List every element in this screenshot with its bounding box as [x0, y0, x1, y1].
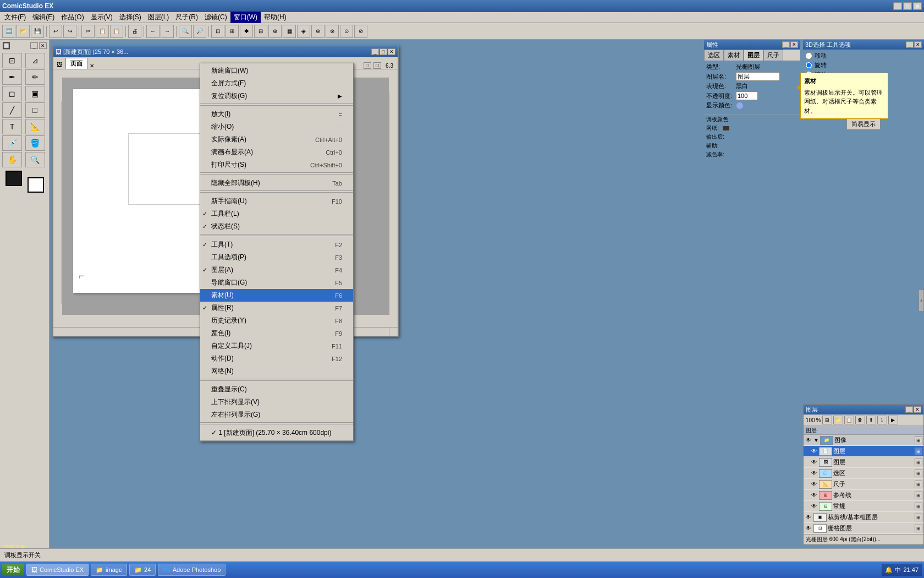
minimize-btn[interactable]: _ — [893, 2, 902, 10]
menu-item-color[interactable]: 颜色(I) F9 — [200, 327, 353, 340]
radio-rotate[interactable] — [805, 62, 812, 69]
background-color[interactable] — [28, 177, 44, 193]
toolbar-btn11[interactable]: ⊘ — [354, 25, 367, 38]
toolbar-btn6[interactable]: ▦ — [283, 25, 296, 38]
display-color-indicator[interactable] — [736, 102, 744, 110]
layer-btn-crop[interactable]: ⊞ — [915, 514, 922, 521]
layer-option-btn2[interactable]: ⊞ — [915, 448, 922, 455]
layer-tool-7[interactable]: ▶ — [888, 416, 898, 424]
menu-item-horizontal-arrange[interactable]: 左右排列显示(G) — [200, 408, 353, 421]
toolbar-zoom-in[interactable]: 🔍 — [179, 25, 192, 38]
menu-window[interactable]: 窗口(W) — [230, 12, 261, 23]
panel-3d-minimize[interactable]: _ — [906, 41, 914, 48]
tab-materials[interactable]: 素材 — [724, 50, 744, 61]
menu-item-overlap[interactable]: 重叠显示(C) — [200, 383, 353, 396]
menu-item-tutorial[interactable]: 新手指南(U) F10 — [200, 195, 353, 208]
taskbar-item-comicstudio[interactable]: 🖼 ComicStudio EX — [26, 564, 89, 576]
menu-item-materials[interactable]: 素材(U) F6 — [200, 289, 353, 302]
color-selector[interactable] — [6, 171, 44, 193]
layer-row-raster[interactable]: 👁 ⊡ 栅格图层 ⊞ — [804, 523, 923, 534]
tool-ruler[interactable]: 📐 — [25, 119, 45, 134]
panel-3d-close[interactable]: ✕ — [914, 41, 922, 48]
toolbar-btn10[interactable]: ⊙ — [340, 25, 353, 38]
prop-opacity-input[interactable] — [736, 91, 758, 100]
menu-item-custom-tools[interactable]: 自定义工具(J) F11 — [200, 340, 353, 352]
layer-btn-sel[interactable]: ⊞ — [915, 470, 922, 477]
layer-row-sub[interactable]: 👁 🖼 图层 ⊞ — [804, 457, 923, 468]
layer-vis-normal[interactable]: 👁 — [810, 503, 818, 510]
taskbar-item-24[interactable]: 📁 24 — [129, 564, 156, 576]
toolbar-cut[interactable]: ✂ — [81, 25, 95, 38]
tool-shape[interactable]: □ — [25, 102, 45, 118]
toolbar-paste[interactable]: 📋 — [110, 25, 123, 38]
layer-row-ruler[interactable]: 👁 📐 尺子 ⊞ — [804, 479, 923, 490]
toolbar-new[interactable]: 🆕 — [2, 25, 15, 38]
layer-vis-raster[interactable]: 👁 — [805, 525, 812, 532]
menu-item-zoom-in[interactable]: 放大(I) = — [200, 108, 353, 121]
toolbar-btn3[interactable]: ✱ — [240, 25, 253, 38]
layer-visibility-toggle[interactable]: 👁 — [805, 437, 812, 444]
panel-collapse-arrow[interactable]: ‹ — [919, 290, 924, 312]
prop-layername-input[interactable] — [736, 72, 780, 81]
tool-zoom[interactable]: 🔍 — [25, 152, 45, 167]
menu-file[interactable]: 文件(F) — [1, 12, 29, 23]
toolbar-undo[interactable]: ↩ — [49, 25, 62, 38]
doc-tab-close[interactable]: ✕ — [90, 63, 94, 69]
layer-tool-1[interactable]: ⊞ — [822, 416, 832, 424]
menu-filter[interactable]: 滤镜(C) — [201, 12, 230, 23]
tab-selection[interactable]: 选区 — [704, 50, 724, 61]
menu-item-vertical-arrange[interactable]: 上下排列显示(V) — [200, 396, 353, 408]
menu-item-history[interactable]: 历史记录(Y) F8 — [200, 314, 353, 327]
prop-close[interactable]: ✕ — [790, 41, 798, 48]
taskbar-item-image[interactable]: 📁 image — [91, 564, 127, 576]
menu-item-layers[interactable]: ✓ 图层(A) F4 — [200, 264, 353, 276]
tool-brush[interactable]: ✏ — [25, 69, 45, 85]
menu-help[interactable]: 帮助(H) — [261, 12, 290, 23]
tool-eraser[interactable]: ◻ — [2, 86, 22, 101]
menu-item-actual-pixels[interactable]: 实际像素(A) Ctrl+Alt+0 — [200, 133, 353, 146]
prop-minimize[interactable]: _ — [782, 41, 790, 48]
layer-vis-ruler[interactable]: 👁 — [810, 481, 818, 488]
menu-ruler[interactable]: 尺子(R) — [172, 12, 201, 23]
doc-tab-page[interactable]: 页面 — [65, 58, 87, 69]
menu-work[interactable]: 作品(O) — [58, 12, 87, 23]
menu-item-statusbar[interactable]: ✓ 状态栏(S) — [200, 220, 353, 233]
menu-item-zoom-out[interactable]: 缩小(O) - — [200, 121, 353, 133]
tool-fill[interactable]: ▣ — [25, 86, 45, 101]
menu-item-print-size[interactable]: 打印尺寸(S) Ctrl+Shift+0 — [200, 159, 353, 171]
menu-view[interactable]: 显示(V) — [87, 12, 116, 23]
layer-vis-crop[interactable]: 👁 — [805, 514, 812, 521]
layer-btn-ruler[interactable]: ⊞ — [915, 481, 922, 488]
maximize-btn[interactable]: □ — [903, 2, 912, 10]
menu-item-actions[interactable]: 动作(D) F12 — [200, 352, 353, 365]
toolbar-btn8[interactable]: ⊛ — [311, 25, 324, 38]
tool-line[interactable]: ╱ — [2, 102, 22, 118]
toolbar-redo[interactable]: ↪ — [63, 25, 76, 38]
layer-row-main[interactable]: 👁 📄 图层 ⊞ — [804, 446, 923, 457]
menu-item-new-window[interactable]: 新建窗口(W) — [200, 64, 353, 77]
menu-layer[interactable]: 图层(L) — [145, 12, 173, 23]
layer-row-guide[interactable]: 👁 ⊞ 参考线 ⊞ — [804, 490, 923, 501]
tab-layers-prop[interactable]: 图层 — [744, 50, 763, 61]
toolbar-forward[interactable]: → — [161, 25, 174, 38]
menu-edit[interactable]: 编辑(E) — [29, 12, 58, 23]
toolbar-btn2[interactable]: ⊞ — [226, 25, 239, 38]
layer-tool-3[interactable]: 📋 — [844, 416, 854, 424]
menu-item-network[interactable]: 网络(N) — [200, 365, 353, 378]
layer-visibility-toggle[interactable]: 👁 — [810, 459, 818, 466]
layers-minimize[interactable]: _ — [905, 406, 913, 413]
layer-option-btn[interactable]: ⊞ — [915, 437, 922, 444]
tab-ruler-prop[interactable]: 尺子 — [763, 50, 783, 61]
layer-expand-btn[interactable]: ▼ — [813, 437, 819, 443]
tool-text[interactable]: T — [2, 119, 22, 134]
layer-option-btn3[interactable]: ⊞ — [915, 459, 922, 466]
toolbar-print[interactable]: 🖨 — [128, 25, 141, 38]
scrollbar-vertical[interactable] — [389, 92, 398, 315]
toolbar-save[interactable]: 💾 — [31, 25, 44, 38]
menu-item-reset-panels[interactable]: 复位调板(G) ▶ — [200, 90, 353, 102]
layers-close[interactable]: ✕ — [914, 406, 921, 413]
menu-item-tool-options[interactable]: 工具选项(P) F3 — [200, 251, 353, 264]
toolbar-btn5[interactable]: ⊕ — [268, 25, 282, 38]
toolbar-btn4[interactable]: ⊟ — [254, 25, 267, 38]
layer-btn-normal[interactable]: ⊞ — [915, 503, 922, 510]
